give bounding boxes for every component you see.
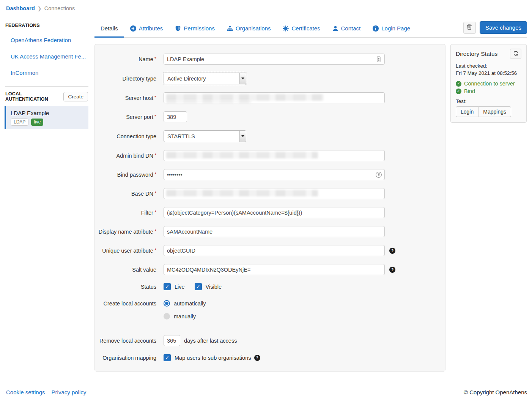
name-row: Name: [95, 54, 445, 65]
unique-user-attribute-label: Unique user attribute: [95, 248, 164, 254]
last-checked-label: Last checked:: [456, 62, 521, 70]
trash-icon: [466, 24, 472, 31]
ldap-type-badge: LDAP: [11, 119, 28, 126]
footer: Cookie settings Privacy policy © Copyrig…: [0, 384, 532, 400]
sidebar-item-incommon[interactable]: InCommon: [5, 65, 90, 81]
test-login-button[interactable]: Login: [456, 106, 478, 117]
live-status-badge: live: [31, 119, 43, 126]
bind-password-row: Bind password: [95, 169, 445, 180]
federation-list: OpenAthens Federation UK Access Manageme…: [5, 32, 90, 81]
automatically-radio[interactable]: [164, 300, 170, 307]
create-local-accounts-row: Create local accounts automatically: [95, 300, 445, 307]
server-host-label: Server host: [95, 95, 164, 101]
delete-button[interactable]: [463, 22, 476, 34]
tab-contact[interactable]: Contact: [326, 21, 367, 38]
privacy-policy-link[interactable]: Privacy policy: [52, 389, 87, 395]
name-label: Name: [95, 56, 164, 62]
main-content: Details Attributes Permissions Organisat…: [94, 11, 527, 372]
directory-type-row: Directory type Active Directory: [95, 73, 445, 84]
unique-user-attribute-input[interactable]: [164, 245, 385, 256]
connection-type-row: Connection type STARTTLS: [95, 130, 445, 142]
help-icon[interactable]: ?: [389, 248, 395, 254]
create-local-accounts-label: Create local accounts: [95, 300, 164, 307]
local-authentication-heading: LOCAL AUTHENTICATION: [5, 91, 63, 102]
map-users-checkbox[interactable]: ✓: [164, 354, 171, 361]
tab-certificates[interactable]: Certificates: [277, 21, 326, 38]
live-checkbox[interactable]: ✓: [164, 283, 171, 290]
automatically-radio-label: automatically: [174, 300, 206, 307]
tab-permissions[interactable]: Permissions: [169, 21, 221, 38]
sidebar: FEDERATIONS OpenAthens Federation UK Acc…: [0, 11, 90, 129]
remove-days-suffix: days after last access: [184, 338, 237, 344]
server-host-row: Server host: [95, 92, 445, 103]
autofill-icon[interactable]: [375, 56, 382, 63]
redacted-value: [166, 152, 318, 158]
sitemap-icon: [227, 25, 233, 32]
seal-icon: [283, 25, 289, 32]
check-circle-icon: ✓: [456, 81, 461, 87]
help-icon[interactable]: ?: [389, 267, 395, 273]
base-dn-label: Base DN: [95, 191, 164, 197]
connection-type-select[interactable]: STARTTLS: [164, 130, 246, 142]
directory-status-panel: Directory Status Last checked: Fri 7 May…: [450, 44, 527, 123]
details-form: Name Directory type Active Directory: [94, 44, 445, 372]
person-icon: [332, 25, 338, 32]
organisation-mapping-label: Organisation mapping: [95, 355, 164, 361]
connection-check-label: Connection to server: [464, 80, 515, 87]
chevron-down-icon: [239, 73, 246, 84]
sidebar-divider: [5, 86, 88, 87]
arrow-circle-icon: [130, 25, 136, 32]
salt-value-row: Salt value ?: [95, 264, 445, 275]
redacted-value: [166, 94, 324, 101]
remove-days-input[interactable]: [164, 335, 180, 346]
remove-local-accounts-row: Remove local accounts days after last ac…: [95, 335, 445, 346]
display-name-attribute-input[interactable]: [164, 226, 385, 237]
test-label: Test:: [456, 98, 521, 104]
name-input[interactable]: [164, 54, 385, 65]
check-circle-icon: ✓: [456, 89, 461, 94]
tab-organisations[interactable]: Organisations: [221, 21, 277, 38]
display-name-attribute-row: Display name attribute: [95, 226, 445, 237]
server-port-row: Server port: [95, 111, 445, 122]
breadcrumb-dashboard-link[interactable]: Dashboard: [6, 5, 35, 11]
sidebar-item-uk-access-management[interactable]: UK Access Management Fe...: [5, 48, 90, 65]
cookie-settings-link[interactable]: Cookie settings: [6, 389, 45, 395]
test-mappings-button[interactable]: Mappings: [478, 106, 511, 117]
bind-check-label: Bind: [464, 87, 475, 95]
save-changes-button[interactable]: Save changes: [480, 21, 527, 34]
directory-type-select[interactable]: Active Directory: [164, 73, 246, 84]
admin-bind-dn-label: Admin bind DN: [95, 153, 164, 159]
tab-details[interactable]: Details: [94, 21, 124, 38]
tab-attributes[interactable]: Attributes: [124, 21, 169, 38]
server-port-input[interactable]: [164, 111, 187, 122]
sidebar-item-openathens-federation[interactable]: OpenAthens Federation: [5, 32, 90, 48]
federations-heading: FEDERATIONS: [5, 23, 90, 28]
chevron-down-icon: [239, 131, 246, 142]
refresh-button[interactable]: [510, 49, 521, 59]
password-key-icon[interactable]: [375, 171, 382, 178]
sidebar-item-ldap-example[interactable]: LDAP Example LDAP live: [5, 106, 88, 129]
last-checked-value: Fri 7 May 2021 at 08:52:56: [456, 70, 521, 77]
breadcrumb-current: Connections: [44, 5, 75, 11]
salt-value-input[interactable]: [164, 264, 385, 275]
base-dn-row: Base DN: [95, 188, 445, 199]
tab-login-page[interactable]: Login Page: [367, 21, 416, 38]
info-circle-icon: [373, 25, 379, 32]
admin-bind-dn-row: Admin bind DN: [95, 150, 445, 161]
connection-name: LDAP Example: [11, 110, 84, 116]
unique-user-attribute-row: Unique user attribute ?: [95, 245, 445, 256]
bind-password-input[interactable]: [164, 169, 385, 180]
bind-check: ✓ Bind: [456, 87, 521, 95]
server-port-label: Server port: [95, 114, 164, 120]
redacted-value: [166, 100, 252, 103]
filter-input[interactable]: [164, 207, 385, 218]
tab-bar: Details Attributes Permissions Organisat…: [94, 21, 527, 38]
shield-icon: [175, 25, 181, 32]
visible-checkbox-label: Visible: [206, 284, 222, 290]
chevron-right-icon: ❯: [38, 6, 42, 11]
visible-checkbox[interactable]: ✓: [195, 283, 202, 290]
refresh-icon: [513, 51, 519, 57]
manually-radio[interactable]: [164, 313, 170, 319]
help-icon[interactable]: ?: [254, 355, 260, 361]
create-button[interactable]: Create: [63, 92, 88, 101]
